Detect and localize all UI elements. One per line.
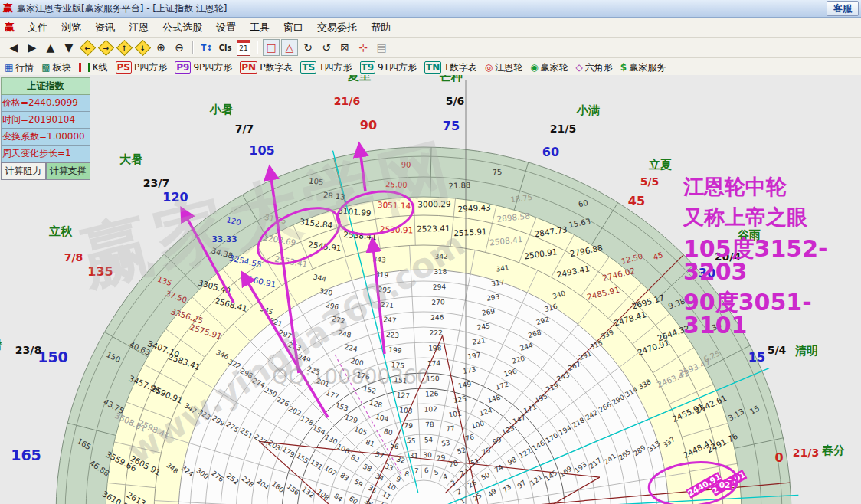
solar-term-label: 春分	[821, 443, 845, 457]
angle-label: 60	[542, 145, 559, 159]
tool-label: 9T四方形	[378, 61, 417, 74]
menu-item-formula-stock-pick[interactable]: 公式选股	[156, 21, 209, 34]
decimal-ring-value: 21.88	[448, 181, 470, 190]
menu-item-news[interactable]: 资讯	[88, 21, 122, 34]
angle-label: 165	[11, 447, 41, 463]
tool-t-square[interactable]: TST四方形	[300, 61, 352, 74]
integer-ring-number: 30	[423, 451, 432, 459]
menu-bar: 赢 文件浏览资讯江恩公式选股设置工具窗口交易委托帮助	[0, 18, 861, 38]
cls-button[interactable]: Cls	[217, 39, 234, 56]
integer-ring-number: 150	[426, 375, 440, 383]
main-toolbar: ◀▶▲▼←→↑↓⊕⊖T↕Cls21□△↻↺⊠⊹▤	[0, 38, 861, 58]
tool-9t-square[interactable]: T99T四方形	[360, 61, 417, 74]
tool-p-table[interactable]: PNP数字表	[240, 61, 293, 74]
forward-button[interactable]: ▶	[24, 39, 41, 56]
solar-term-label: 小满	[576, 103, 600, 117]
pointer-down-button[interactable]: ▼	[61, 39, 77, 56]
integer-ring-number: 126	[425, 390, 439, 398]
menu-items: 文件浏览资讯江恩公式选股设置工具窗口交易委托帮助	[21, 21, 398, 34]
menu-item-file[interactable]: 文件	[21, 21, 54, 34]
tool-hexagon[interactable]: ◇六角形	[576, 61, 613, 74]
menu-item-trade-entrust[interactable]: 交易委托	[310, 21, 364, 34]
tool-t-table[interactable]: TNT数字表	[424, 61, 477, 74]
degree-ring-value: 75	[492, 168, 503, 177]
pan-down-button[interactable]: ↓	[134, 39, 151, 56]
pointer-up-button[interactable]: ▲	[42, 39, 59, 56]
solar-term-label: 夏至	[347, 75, 371, 83]
tool-quotes[interactable]: ▦行情	[5, 61, 34, 74]
menu-logo-icon: 赢	[5, 21, 15, 34]
calc-support-button[interactable]: 计算支撑	[46, 162, 91, 180]
9p-square-icon: P9	[175, 61, 191, 74]
menu-item-browse[interactable]: 浏览	[54, 21, 88, 34]
integer-ring-number: 79	[404, 421, 414, 430]
back-button[interactable]: ◀	[5, 39, 22, 56]
tool-gann-wheel[interactable]: ◎江恩轮	[485, 61, 522, 74]
tool-kline[interactable]: K线	[79, 61, 108, 74]
app-window: { "title_bar": { "icon": "赢", "title": "…	[0, 0, 861, 504]
pan-left-button[interactable]: ←	[79, 39, 96, 56]
integer-ring-number: 7	[414, 467, 419, 475]
capture-button[interactable]: ▤	[373, 39, 390, 56]
tool-label: 9P四方形	[193, 61, 232, 74]
date-label: 7/7	[235, 123, 254, 135]
solar-term-label: 小暑	[209, 103, 233, 116]
angle-label: 150	[38, 349, 68, 365]
integer-ring-number: 342	[435, 253, 449, 261]
integer-ring-number: 54	[424, 436, 434, 443]
integer-ring-number: 55	[407, 437, 416, 445]
tool-sectors[interactable]: ▩板块	[41, 61, 70, 74]
rotate-ccw-button[interactable]: ↺	[318, 39, 335, 56]
sectors-icon: ▩	[41, 62, 50, 73]
hexagon-icon: ◇	[576, 62, 583, 73]
winner-service-icon: $	[620, 62, 627, 73]
calendar-button[interactable]: 21	[235, 39, 252, 56]
menu-item-gann[interactable]: 江恩	[122, 21, 156, 34]
window-title: 赢家江恩专业版[赢家服务平台] - [上证指数 江恩轮]	[17, 2, 228, 15]
pan-right-button[interactable]: →	[97, 39, 114, 56]
panel-price-row: 价格=2440.9099	[1, 95, 90, 112]
integer-ring-number: 31	[409, 452, 418, 460]
integer-ring-number: 247	[383, 316, 397, 324]
angle-label: 120	[162, 190, 188, 205]
draw-triangle-button[interactable]: △	[281, 39, 298, 56]
panel-symbol-title: 上证指数	[1, 77, 90, 95]
tool-label: T数字表	[444, 61, 476, 74]
9t-square-icon: T9	[360, 61, 376, 74]
tool-winner-wheel[interactable]: ◉赢家轮	[530, 61, 568, 74]
menu-item-settings[interactable]: 设置	[209, 21, 243, 34]
integer-ring-number: 246	[430, 313, 444, 322]
tool-winner-service[interactable]: $赢家服务	[620, 61, 666, 74]
tool-p-square[interactable]: PSP四方形	[116, 61, 168, 74]
menu-item-tools[interactable]: 工具	[243, 21, 277, 34]
tool-label: 行情	[15, 61, 34, 74]
annotation-line: 又称上帝之眼	[683, 207, 861, 227]
degree-ring-value: 90	[401, 160, 411, 169]
solar-term-label: 清明	[794, 344, 818, 358]
axis-scale-button[interactable]: T↕	[198, 39, 215, 56]
integer-ring-number: 53	[440, 439, 450, 448]
panel-coefficient-row: 变换系数=1.00000	[1, 129, 90, 146]
calc-resistance-button[interactable]: 计算阻力	[1, 162, 46, 180]
customer-service-button[interactable]: 客服	[827, 1, 859, 16]
menu-item-help[interactable]: 帮助	[364, 21, 398, 34]
integer-ring-number: 6	[424, 466, 429, 474]
integer-ring-number: 271	[381, 300, 394, 309]
zoom-out-button[interactable]: ⊖	[171, 39, 188, 56]
center-point-button[interactable]: ⊹	[355, 39, 372, 56]
integer-ring-number: 78	[425, 421, 434, 428]
pan-up-button[interactable]: ↑	[116, 39, 133, 56]
winner-wheel-icon: ◉	[530, 62, 538, 73]
menu-item-window[interactable]: 窗口	[277, 21, 310, 34]
angle-label: 135	[87, 264, 113, 279]
integer-ring-number: 318	[434, 267, 447, 276]
solar-term-label: 芒种	[439, 75, 463, 83]
draw-rect-button[interactable]: □	[263, 39, 280, 56]
price-ring-value: 2515.91	[453, 227, 487, 237]
rotate-cw-button[interactable]: ↻	[300, 39, 316, 56]
date-label: 21/5	[550, 123, 576, 135]
zoom-in-button[interactable]: ⊕	[152, 39, 169, 56]
fit-box-button[interactable]: ⊠	[336, 39, 353, 56]
tool-9p-square[interactable]: P99P四方形	[175, 61, 232, 74]
p-square-icon: PS	[116, 61, 132, 74]
